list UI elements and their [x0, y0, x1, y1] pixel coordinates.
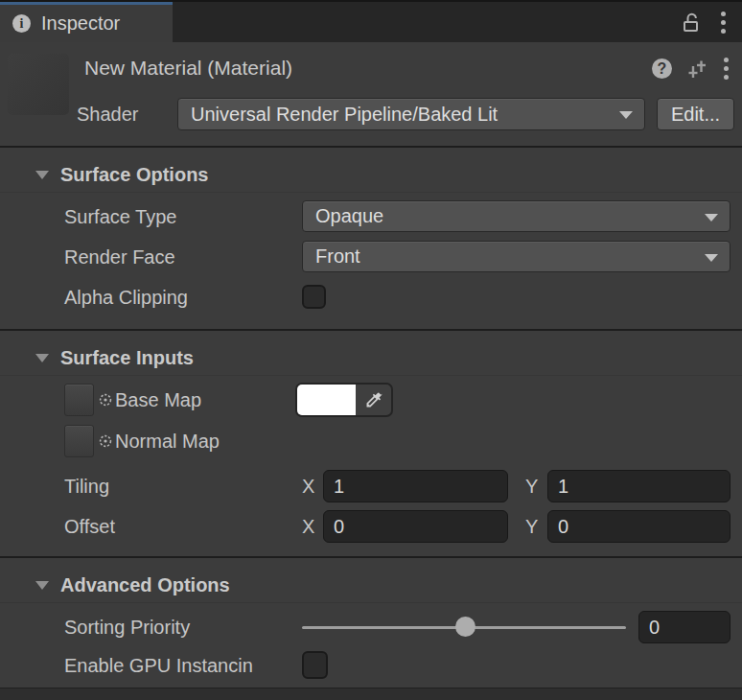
offset-y-label: Y [525, 510, 538, 543]
tiling-y-label: Y [525, 470, 538, 502]
material-title: New Material (Material) [84, 57, 292, 80]
gpu-instancing-row: Enable GPU Instancin [64, 651, 742, 680]
surface-type-row: Surface Type Opaque [64, 200, 742, 233]
offset-x-input[interactable] [323, 510, 508, 543]
tiling-label: Tiling [64, 476, 109, 497]
object-picker-icon[interactable] [99, 434, 112, 448]
chevron-down-icon [619, 111, 633, 119]
section-advanced-options: Advanced Options Sorting Priority Enable… [0, 558, 742, 688]
help-icon[interactable]: ? [652, 58, 672, 79]
tab-menu-kebab-icon[interactable] [719, 10, 728, 35]
presets-icon[interactable] [686, 58, 707, 80]
sorting-priority-label: Sorting Priority [64, 617, 190, 638]
surface-type-dropdown[interactable]: Opaque [302, 200, 730, 232]
sorting-priority-input[interactable] [638, 611, 730, 643]
normal-map-label: Normal Map [115, 425, 220, 458]
chevron-down-icon [705, 254, 718, 262]
material-preview-thumbnail [8, 54, 69, 115]
object-picker-icon[interactable] [99, 393, 112, 407]
alpha-clipping-checkbox[interactable] [302, 285, 326, 309]
shader-dropdown[interactable]: Universal Render Pipeline/Baked Lit [177, 98, 645, 130]
tab-inspector[interactable]: i Inspector [0, 2, 173, 42]
base-map-row: Base Map [64, 384, 742, 417]
panel-footer [0, 688, 742, 700]
offset-label: Offset [64, 516, 115, 537]
material-header: New Material (Material) ? Shader Univers… [0, 42, 742, 146]
render-face-label: Render Face [64, 246, 175, 268]
chevron-down-icon [705, 214, 718, 222]
offset-x-label: X [302, 510, 314, 543]
shader-edit-button[interactable]: Edit... [657, 98, 734, 130]
tiling-x-label: X [302, 470, 314, 502]
header-menu-kebab-icon[interactable] [722, 56, 730, 82]
tiling-row: Tiling X Y [64, 470, 742, 502]
render-face-row: Render Face Front [64, 241, 742, 273]
sorting-priority-row: Sorting Priority [64, 611, 742, 643]
base-map-color-field [295, 383, 393, 417]
base-map-texture-slot[interactable] [64, 384, 94, 416]
foldout-triangle-icon [35, 171, 49, 179]
tab-label: Inspector [41, 12, 120, 35]
section-surface-inputs: Surface Inputs Base Map [0, 331, 742, 556]
base-map-color-swatch[interactable] [297, 385, 356, 415]
surface-options-foldout[interactable]: Surface Options [0, 157, 742, 193]
tiling-x-input[interactable] [323, 470, 508, 502]
surface-inputs-foldout[interactable]: Surface Inputs [0, 340, 742, 376]
normal-map-row: Normal Map [64, 425, 742, 458]
alpha-clipping-label: Alpha Clipping [64, 287, 188, 308]
render-face-dropdown[interactable]: Front [302, 241, 730, 272]
surface-type-label: Surface Type [64, 206, 176, 227]
tab-bar: i Inspector [0, 0, 742, 42]
gpu-instancing-checkbox[interactable] [302, 651, 328, 679]
unlock-icon[interactable] [680, 12, 702, 34]
offset-y-input[interactable] [547, 510, 730, 543]
tiling-y-input[interactable] [547, 470, 730, 502]
foldout-triangle-icon [35, 581, 49, 590]
offset-row: Offset X Y [64, 510, 742, 543]
eyedropper-button[interactable] [356, 385, 391, 415]
shader-dropdown-value: Universal Render Pipeline/Baked Lit [191, 104, 498, 126]
base-map-label: Base Map [115, 384, 201, 417]
shader-label: Shader [77, 98, 139, 130]
sorting-priority-slider-handle[interactable] [455, 617, 475, 637]
foldout-triangle-icon [35, 354, 49, 362]
advanced-options-foldout[interactable]: Advanced Options [0, 568, 742, 603]
info-icon: i [12, 14, 31, 33]
normal-map-texture-slot[interactable] [64, 425, 94, 457]
alpha-clipping-row: Alpha Clipping [64, 281, 742, 314]
gpu-instancing-label: Enable GPU Instancin [64, 655, 253, 676]
section-surface-options: Surface Options Surface Type Opaque Rend… [0, 148, 742, 329]
